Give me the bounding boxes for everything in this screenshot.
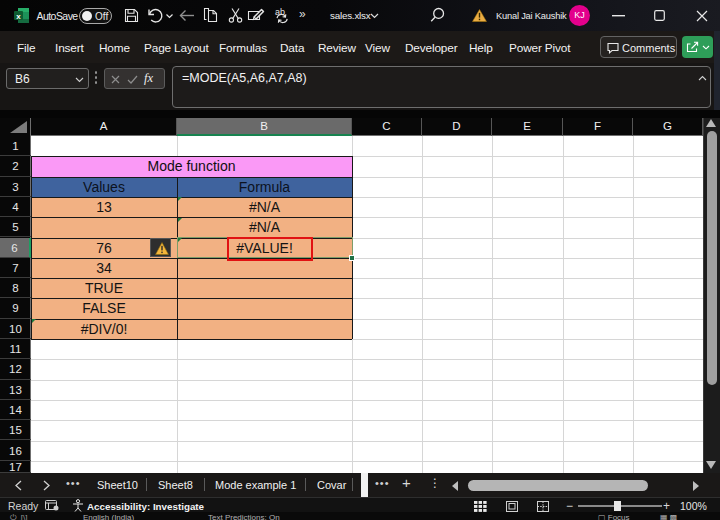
svg-text:ab: ab [275,7,285,17]
svg-text:x: x [16,12,21,21]
